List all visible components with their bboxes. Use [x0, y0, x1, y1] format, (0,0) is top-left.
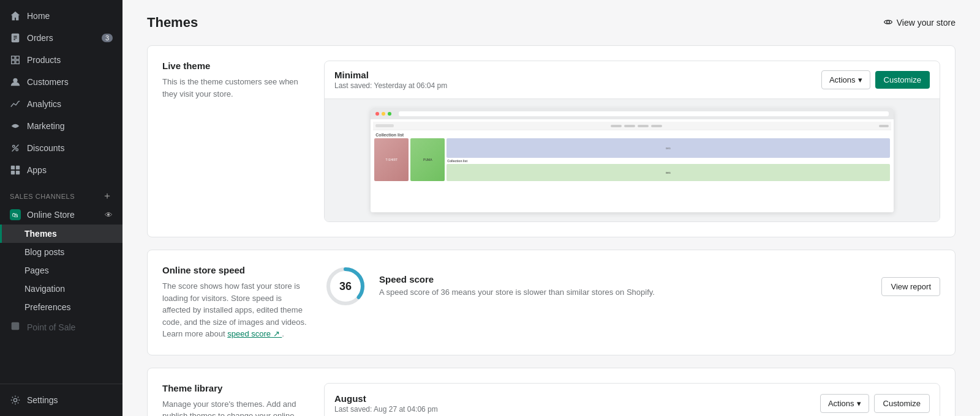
speed-score-desc: A speed score of 36 means your store is … — [379, 287, 655, 298]
sidebar-item-settings[interactable]: Settings — [0, 389, 123, 411]
customers-icon — [10, 76, 21, 87]
library-actions-button[interactable]: Actions ▾ — [820, 394, 869, 413]
live-theme-actions-button[interactable]: Actions ▾ — [821, 70, 870, 89]
sidebar-item-point-of-sale[interactable]: Point of Sale — [0, 316, 123, 338]
chevron-down-icon: ▾ — [858, 75, 862, 84]
speed-action: View report — [881, 277, 940, 296]
speed-gauge: 36 — [324, 265, 367, 308]
svg-rect-4 — [12, 56, 15, 59]
sidebar-item-orders[interactable]: Orders 3 — [0, 27, 123, 49]
library-customize-button[interactable]: Customize — [874, 394, 930, 413]
sidebar-sub-themes[interactable]: Themes — [0, 225, 123, 243]
online-store-icon: 🛍 — [10, 209, 21, 220]
sidebar-item-discounts[interactable]: Discounts — [0, 137, 123, 159]
theme-card-header: Minimal Last saved: Yesterday at 06:04 p… — [325, 61, 940, 99]
products-icon — [10, 54, 21, 65]
live-theme-customize-button[interactable]: Customize — [875, 71, 930, 89]
svg-point-11 — [13, 146, 15, 148]
svg-rect-14 — [11, 166, 15, 169]
view-store-link[interactable]: View your store — [883, 17, 956, 29]
live-theme-left: Live theme This is the theme customers s… — [162, 61, 309, 222]
library-theme-info: August Last saved: Aug 27 at 04:06 pm — [334, 393, 438, 414]
view-report-button[interactable]: View report — [881, 277, 940, 296]
library-theme-saved: Last saved: Aug 27 at 04:06 pm — [334, 405, 438, 414]
theme-saved: Last saved: Yesterday at 06:04 pm — [334, 81, 447, 90]
svg-rect-17 — [16, 171, 20, 174]
discounts-icon — [10, 143, 21, 154]
svg-rect-16 — [11, 171, 15, 174]
sidebar-item-analytics[interactable]: Analytics — [0, 93, 123, 115]
speed-section: Online store speed The score shows how f… — [147, 250, 956, 355]
speed-card: 36 Speed score A speed score of 36 means… — [324, 265, 940, 308]
live-theme-section: Live theme This is the theme customers s… — [147, 45, 956, 237]
library-theme-card: August Last saved: Aug 27 at 04:06 pm Ac… — [324, 383, 940, 417]
sidebar-item-home[interactable]: Home — [0, 5, 123, 27]
sales-channels-label: SALES CHANNELS ＋ — [0, 181, 123, 205]
sidebar-item-customers[interactable]: Customers — [0, 71, 123, 93]
browser-bar — [371, 108, 893, 119]
theme-library-heading: Theme library — [162, 383, 309, 393]
svg-point-21 — [886, 20, 889, 23]
settings-icon — [10, 395, 21, 406]
eye-icon — [883, 17, 893, 29]
speed-desc: The score shows how fast your store is l… — [162, 280, 309, 340]
theme-preview: Collection list T-SHIRT PUMA — [325, 99, 940, 221]
sidebar-sub-preferences[interactable]: Preferences — [0, 298, 123, 316]
marketing-icon — [10, 121, 21, 132]
orders-icon — [10, 32, 21, 43]
url-bar — [399, 111, 888, 116]
speed-right: 36 Speed score A speed score of 36 means… — [324, 265, 940, 340]
sidebar-item-online-store[interactable]: 🛍 Online Store 👁 — [0, 205, 123, 225]
speed-left: Online store speed The score shows how f… — [162, 265, 309, 340]
theme-name: Minimal — [334, 70, 447, 80]
live-theme-card: Minimal Last saved: Yesterday at 06:04 p… — [324, 61, 940, 222]
theme-library-desc: Manage your store's themes. Add and publ… — [162, 398, 309, 417]
svg-rect-19 — [13, 324, 17, 325]
live-theme-heading: Live theme — [162, 61, 309, 71]
sidebar: Home Orders 3 Products Customers Analy — [0, 0, 123, 416]
home-icon — [10, 10, 21, 21]
page-title: Themes — [147, 15, 198, 31]
sidebar-sub-navigation[interactable]: Navigation — [0, 280, 123, 298]
svg-rect-18 — [12, 322, 20, 330]
speed-score-link[interactable]: speed score ↗ — [227, 329, 282, 338]
svg-point-20 — [13, 398, 17, 401]
live-theme-right: Minimal Last saved: Yesterday at 06:04 p… — [324, 61, 940, 222]
theme-actions: Actions ▾ Customize — [821, 70, 930, 89]
library-theme-name: August — [334, 393, 438, 404]
browser-body: Collection list T-SHIRT PUMA — [371, 119, 893, 212]
sidebar-sub-pages[interactable]: Pages — [0, 261, 123, 280]
svg-rect-6 — [12, 61, 15, 64]
speed-heading: Online store speed — [162, 265, 309, 275]
preview-browser: Collection list T-SHIRT PUMA — [371, 108, 893, 212]
chevron-down-icon: ▾ — [857, 399, 861, 408]
theme-library-row: Theme library Manage your store's themes… — [148, 368, 955, 417]
page-header: Themes View your store — [147, 15, 956, 31]
library-theme-actions: Actions ▾ Customize — [820, 394, 930, 413]
svg-point-10 — [14, 125, 17, 128]
pos-icon — [10, 321, 21, 333]
speed-score-label: Speed score — [379, 274, 655, 284]
sidebar-sub-blog-posts[interactable]: Blog posts — [0, 243, 123, 261]
speed-row: Online store speed The score shows how f… — [148, 250, 955, 355]
dot-yellow — [382, 112, 385, 116]
add-sales-channel-icon[interactable]: ＋ — [102, 190, 113, 202]
svg-rect-5 — [16, 56, 19, 59]
sidebar-item-apps[interactable]: Apps — [0, 159, 123, 181]
theme-library-right: August Last saved: Aug 27 at 04:06 pm Ac… — [324, 383, 940, 417]
theme-library-left: Theme library Manage your store's themes… — [162, 383, 309, 417]
theme-info: Minimal Last saved: Yesterday at 06:04 p… — [334, 70, 447, 90]
preview-main: Collection list T-SHIRT PUMA — [371, 119, 893, 212]
sidebar-item-products[interactable]: Products — [0, 49, 123, 71]
eye-icon[interactable]: 👁 — [105, 210, 113, 220]
apps-icon — [10, 165, 21, 176]
theme-library-section: Theme library Manage your store's themes… — [147, 368, 956, 417]
sidebar-item-marketing[interactable]: Marketing — [0, 115, 123, 137]
svg-point-8 — [13, 78, 17, 83]
analytics-icon — [10, 98, 21, 110]
dot-red — [375, 112, 379, 116]
svg-rect-15 — [16, 166, 20, 169]
main-content: Themes View your store Live theme This i… — [123, 0, 980, 416]
gauge-number: 36 — [339, 280, 352, 293]
svg-point-12 — [16, 149, 18, 151]
